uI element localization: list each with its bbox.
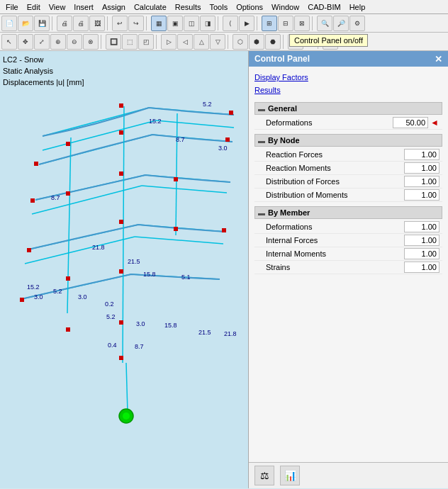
tb-print2[interactable]: 🖨 [73, 16, 89, 31]
cp-input-distribution-forces[interactable] [404, 176, 439, 187]
menu-assign[interactable]: Assign [98, 1, 130, 13]
tb2-17[interactable]: ≡ [323, 34, 338, 50]
cp-input-strains[interactable] [404, 262, 439, 273]
menu-view[interactable]: View [45, 1, 70, 13]
svg-rect-36 [119, 269, 123, 274]
svg-text:3.0: 3.0 [34, 293, 43, 300]
tb-search[interactable]: 🔍 [317, 16, 332, 31]
cp-input-reaction-forces[interactable] [404, 149, 439, 160]
menu-calculate[interactable]: Calculate [130, 1, 171, 13]
tb2-2[interactable]: ✥ [18, 34, 33, 50]
tb-open[interactable]: 📂 [18, 16, 33, 31]
tb2-8[interactable]: ⬚ [122, 34, 138, 50]
cp-footer-scale-icon[interactable]: ⚖ [254, 466, 274, 485]
menu-cad-bim[interactable]: CAD-BIM [303, 1, 345, 13]
svg-text:15.2: 15.2 [27, 283, 40, 291]
cp-footer-chart-icon[interactable]: 📊 [280, 466, 300, 485]
svg-rect-38 [27, 248, 31, 252]
tb-img[interactable]: 🖼 [89, 16, 105, 31]
cp-row-reaction-moments: Reaction Moments [254, 162, 442, 175]
menu-file[interactable]: File [1, 1, 23, 13]
cp-footer: ⚖ 📊 [249, 462, 448, 488]
tb2-16[interactable]: 🌐 [288, 34, 303, 50]
cp-input-deformations-member[interactable] [404, 221, 439, 232]
tb-print[interactable]: 🖨 [57, 16, 72, 31]
svg-text:0.4: 0.4 [108, 342, 117, 349]
menu-window[interactable]: Window [267, 1, 303, 13]
main-area: LC2 - Snow Static Analysis Displacements… [0, 51, 448, 488]
zoom-label: 📐 [304, 38, 315, 45]
cp-input-deformations-general[interactable] [393, 117, 428, 128]
tb2-11[interactable]: ◁ [177, 34, 193, 50]
cp-label-reaction-moments: Reaction Moments [266, 164, 404, 172]
cp-input-distribution-moments[interactable] [404, 189, 439, 201]
cp-row-strains: Strains [254, 261, 442, 274]
control-panel: Control Panel ✕ Display Factors Results … [248, 51, 448, 488]
tb2-10[interactable]: ▷ [161, 34, 177, 50]
svg-rect-31 [30, 198, 35, 203]
tb2-5[interactable]: ⊖ [67, 34, 82, 50]
cp-input-reaction-moments[interactable] [404, 162, 439, 174]
cp-input-internal-forces[interactable] [404, 235, 439, 246]
svg-text:8.7: 8.7 [135, 343, 144, 350]
menu-options[interactable]: Options [232, 1, 267, 13]
tb-gear[interactable]: ⚙ [349, 16, 365, 31]
tb2-14[interactable]: ⬡ [233, 34, 248, 50]
menu-help[interactable]: Help [345, 1, 370, 13]
svg-rect-26 [119, 130, 123, 135]
cp-arrow-deformations-general[interactable]: ◄ [430, 118, 439, 128]
cp-header-links: Display Factors Results [254, 71, 442, 96]
collapse-by-member-icon: ▬ [258, 209, 265, 217]
tb-redo[interactable]: ↪ [128, 16, 144, 31]
tb2-13[interactable]: ▽ [210, 34, 225, 50]
svg-text:21.5: 21.5 [198, 329, 211, 336]
cp-section-general-header[interactable]: ▬ General [254, 102, 442, 115]
cp-row-distribution-forces: Distribution of Forces [254, 175, 442, 189]
svg-text:5.1: 5.1 [181, 274, 191, 281]
info-lc: LC2 - Snow [3, 54, 84, 65]
tb-new[interactable]: 📄 [1, 16, 17, 31]
tb-mode4[interactable]: ◨ [200, 16, 215, 31]
tb-display[interactable]: ▦ [151, 16, 167, 31]
menu-insert[interactable]: Insert [69, 1, 98, 13]
tb-btn2[interactable]: ⊟ [278, 16, 293, 31]
svg-rect-37 [66, 276, 70, 281]
tb-zoom[interactable]: 🔎 [333, 16, 349, 31]
cp-close-button[interactable]: ✕ [435, 55, 442, 64]
menu-tools[interactable]: Tools [205, 1, 232, 13]
tb-btn3[interactable]: ⊠ [294, 16, 310, 31]
cp-row-distribution-moments: Distribution of Moments [254, 189, 442, 202]
tb-mode2[interactable]: ▣ [167, 16, 183, 31]
cp-section-by-node: ▬ By Node Reaction Forces Reaction Momen… [254, 134, 442, 202]
svg-rect-33 [119, 220, 123, 224]
tb2-7[interactable]: 🔲 [106, 34, 121, 50]
menu-results[interactable]: Results [171, 1, 206, 13]
menu-edit[interactable]: Edit [23, 1, 45, 13]
tb-undo[interactable]: ↩ [112, 16, 128, 31]
sep4 [218, 16, 220, 30]
svg-rect-30 [34, 162, 38, 166]
tb2-zoom-box[interactable]: ⬣ [265, 34, 281, 50]
tb2-3[interactable]: ⤢ [34, 34, 50, 50]
cp-section-by-member-header[interactable]: ▬ By Member [254, 206, 442, 219]
cp-label-distribution-moments: Distribution of Moments [266, 191, 404, 199]
tb-mode3[interactable]: ◫ [184, 16, 199, 31]
control-panel-toggle-button[interactable]: ⊞ [262, 16, 277, 31]
cp-input-internal-moments[interactable] [404, 248, 439, 259]
tb-nav2[interactable]: ▶ [239, 16, 254, 31]
cp-link-display-factors[interactable]: Display Factors [254, 71, 442, 84]
svg-rect-35 [222, 228, 226, 232]
tb2-4[interactable]: ⊕ [50, 34, 66, 50]
tb2-12[interactable]: △ [194, 34, 209, 50]
tb2-15[interactable]: ⬢ [249, 34, 264, 50]
svg-point-22 [123, 412, 130, 420]
cp-link-results[interactable]: Results [254, 84, 442, 96]
sep5 [257, 16, 259, 30]
tb2-9[interactable]: ◰ [138, 34, 154, 50]
tb2-1[interactable]: ↖ [1, 34, 17, 50]
tb-nav1[interactable]: ⟨ [223, 16, 238, 31]
cp-section-by-node-header[interactable]: ▬ By Node [254, 134, 442, 147]
tb-save[interactable]: 💾 [34, 16, 50, 31]
svg-text:15.2: 15.2 [149, 118, 162, 125]
tb2-6[interactable]: ⊗ [83, 34, 99, 50]
